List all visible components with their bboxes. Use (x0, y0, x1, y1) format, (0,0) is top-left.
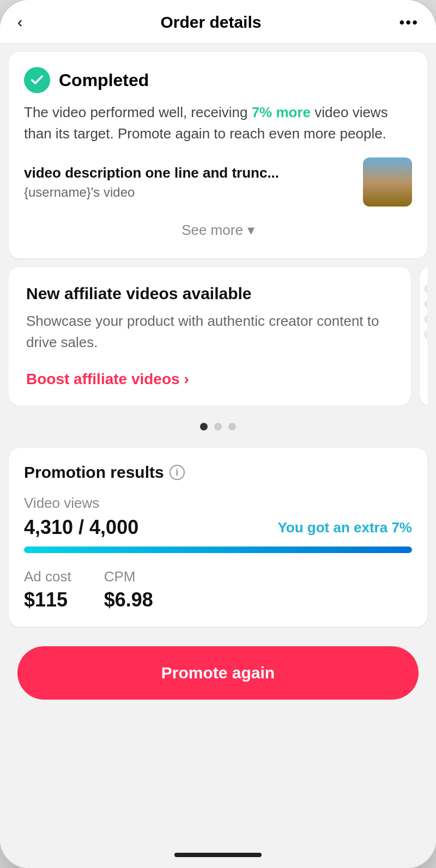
completed-description: The video performed well, receiving 7% m… (24, 102, 412, 144)
cost-metrics-row: Ad cost $115 CPM $6.98 (24, 568, 412, 611)
video-title: video description one line and trunc... (24, 165, 363, 181)
peek-line-4 (424, 330, 427, 339)
affiliate-card: New affiliate videos available Showcase … (9, 267, 411, 405)
info-icon[interactable]: i (169, 465, 185, 480)
ad-cost-label: Ad cost (24, 568, 71, 585)
home-indicator (0, 846, 436, 868)
promote-again-button[interactable]: Promote again (17, 646, 419, 700)
completed-header: Completed (24, 67, 412, 93)
video-thumbnail (363, 157, 412, 207)
check-circle-icon (24, 67, 50, 93)
content-area: Completed The video performed well, rece… (0, 43, 436, 846)
promotion-results-card: Promotion results i Video views 4,310 / … (9, 448, 427, 627)
cpm-metric: CPM $6.98 (104, 568, 153, 611)
video-username: {username}'s video (24, 185, 363, 200)
chevron-down-icon: ▾ (247, 222, 255, 239)
ad-cost-value: $115 (24, 588, 71, 611)
progress-bar-background (24, 547, 412, 553)
home-bar (174, 853, 262, 857)
back-button[interactable]: ‹ (17, 14, 22, 31)
video-views-label: Video views (24, 495, 412, 512)
extra-percentage-label: You got an extra 7% (277, 519, 412, 536)
carousel-dots (9, 414, 427, 439)
dot-2[interactable] (214, 423, 222, 430)
video-views-row: 4,310 / 4,000 You got an extra 7% (24, 516, 412, 539)
affiliate-description: Showcase your product with authentic cre… (26, 311, 393, 353)
promote-btn-container: Promote again (9, 635, 427, 716)
affiliate-title: New affiliate videos available (26, 284, 393, 303)
page-title: Order details (160, 13, 261, 32)
dot-3[interactable] (228, 423, 236, 430)
see-more-button[interactable]: See more ▾ (24, 217, 412, 243)
dot-1[interactable] (200, 423, 208, 430)
phone-frame: ‹ Order details ••• Completed The video … (0, 0, 436, 868)
affiliate-section: New affiliate videos available Showcase … (9, 267, 427, 405)
affiliate-card-peek (420, 267, 427, 405)
desc-start: The video performed well, receiving (24, 104, 252, 120)
video-info: video description one line and trunc... … (24, 165, 363, 200)
promo-header: Promotion results i (24, 463, 412, 482)
video-preview: video description one line and trunc... … (24, 157, 412, 207)
completed-card: Completed The video performed well, rece… (9, 52, 427, 258)
progress-bar-fill (24, 547, 412, 553)
cpm-value: $6.98 (104, 588, 153, 611)
highlight-percentage: 7% more (252, 104, 311, 120)
peek-line-3 (424, 315, 427, 324)
completed-title: Completed (59, 70, 149, 90)
more-options-button[interactable]: ••• (399, 14, 419, 31)
ad-cost-metric: Ad cost $115 (24, 568, 71, 611)
cpm-label: CPM (104, 568, 153, 585)
thumbnail-image (363, 157, 412, 207)
promo-title: Promotion results (24, 463, 164, 482)
header: ‹ Order details ••• (0, 0, 436, 43)
boost-affiliate-button[interactable]: Boost affiliate videos › (26, 371, 393, 388)
peek-line-1 (424, 284, 427, 293)
peek-line-2 (424, 300, 427, 308)
see-more-label: See more (181, 222, 243, 239)
screen: ‹ Order details ••• Completed The video … (0, 0, 436, 868)
video-views-value: 4,310 / 4,000 (24, 516, 138, 539)
